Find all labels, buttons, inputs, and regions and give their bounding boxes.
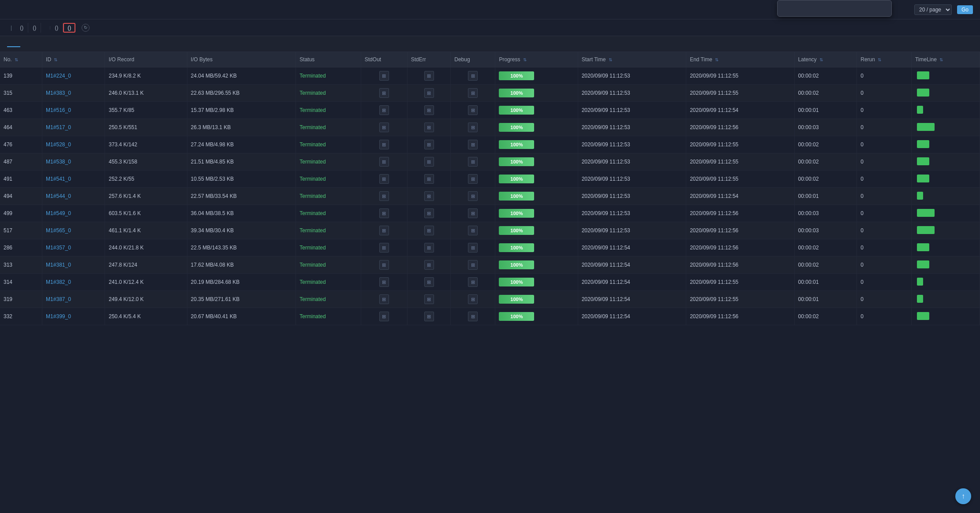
cell-stderr[interactable]: ⊞	[407, 188, 451, 205]
col-stdout[interactable]: StdOut	[361, 52, 407, 67]
debug-icon[interactable]: ⊞	[468, 260, 478, 270]
debug-icon[interactable]: ⊞	[468, 123, 478, 132]
cell-stdout[interactable]: ⊞	[361, 205, 407, 222]
cell-debug[interactable]: ⊞	[451, 256, 495, 274]
cell-debug[interactable]: ⊞	[451, 171, 495, 188]
cell-stderr[interactable]: ⊞	[407, 67, 451, 85]
stdout-icon[interactable]: ⊞	[379, 191, 389, 201]
pagination-controls[interactable]: 20 / page Go	[914, 4, 973, 15]
cell-stdout[interactable]: ⊞	[361, 239, 407, 256]
col-status[interactable]: Status	[296, 52, 361, 67]
cell-stderr[interactable]: ⊞	[407, 205, 451, 222]
stderr-icon[interactable]: ⊞	[424, 71, 434, 81]
col-io-bytes[interactable]: I/O Bytes	[187, 52, 296, 67]
cell-debug[interactable]: ⊞	[451, 222, 495, 239]
stderr-icon[interactable]: ⊞	[424, 243, 434, 253]
cell-stdout[interactable]: ⊞	[361, 119, 407, 136]
cell-stderr[interactable]: ⊞	[407, 239, 451, 256]
cell-stderr[interactable]: ⊞	[407, 274, 451, 291]
col-stderr[interactable]: StdErr	[407, 52, 451, 67]
cell-debug[interactable]: ⊞	[451, 291, 495, 308]
filter-failed[interactable]: ()	[28, 23, 41, 33]
stdout-icon[interactable]: ⊞	[379, 243, 389, 253]
col-no[interactable]: No. ⇅	[0, 52, 42, 67]
cell-stdout[interactable]: ⊞	[361, 102, 407, 119]
cell-stderr[interactable]: ⊞	[407, 119, 451, 136]
debug-icon[interactable]: ⊞	[468, 277, 478, 287]
stderr-icon[interactable]: ⊞	[424, 312, 434, 321]
col-debug[interactable]: Debug	[451, 52, 495, 67]
cell-debug[interactable]: ⊞	[451, 136, 495, 153]
tab-m1[interactable]	[7, 41, 20, 47]
cell-stdout[interactable]: ⊞	[361, 222, 407, 239]
stderr-icon[interactable]: ⊞	[424, 174, 434, 184]
cell-stdout[interactable]: ⊞	[361, 67, 407, 85]
cell-stdout[interactable]: ⊞	[361, 85, 407, 102]
stderr-icon[interactable]: ⊞	[424, 277, 434, 287]
cell-stdout[interactable]: ⊞	[361, 136, 407, 153]
stderr-icon[interactable]: ⊞	[424, 260, 434, 270]
debug-icon[interactable]: ⊞	[468, 243, 478, 253]
stderr-icon[interactable]: ⊞	[424, 140, 434, 149]
cell-debug[interactable]: ⊞	[451, 188, 495, 205]
col-progress[interactable]: Progress ⇅	[495, 52, 578, 67]
debug-icon[interactable]: ⊞	[468, 191, 478, 201]
debug-icon[interactable]: ⊞	[468, 140, 478, 149]
debug-icon[interactable]: ⊞	[468, 312, 478, 321]
stdout-icon[interactable]: ⊞	[379, 71, 389, 81]
debug-icon[interactable]: ⊞	[468, 71, 478, 81]
cell-stdout[interactable]: ⊞	[361, 274, 407, 291]
cell-debug[interactable]: ⊞	[451, 274, 495, 291]
stderr-icon[interactable]: ⊞	[424, 208, 434, 218]
stdout-icon[interactable]: ⊞	[379, 277, 389, 287]
cell-debug[interactable]: ⊞	[451, 239, 495, 256]
cell-stderr[interactable]: ⊞	[407, 85, 451, 102]
col-latency[interactable]: Latency ⇅	[794, 52, 857, 67]
cell-stderr[interactable]: ⊞	[407, 153, 451, 171]
cell-stdout[interactable]: ⊞	[361, 291, 407, 308]
stdout-icon[interactable]: ⊞	[379, 140, 389, 149]
stdout-icon[interactable]: ⊞	[379, 105, 389, 115]
stderr-icon[interactable]: ⊞	[424, 191, 434, 201]
cell-debug[interactable]: ⊞	[451, 205, 495, 222]
debug-icon[interactable]: ⊞	[468, 105, 478, 115]
col-timeline[interactable]: TimeLine ⇅	[911, 52, 980, 67]
page-size-select[interactable]: 20 / page	[914, 4, 952, 15]
cell-debug[interactable]: ⊞	[451, 119, 495, 136]
latency-chart-icon[interactable]: ↻	[82, 24, 90, 32]
filter-terminated[interactable]	[41, 26, 50, 30]
cell-debug[interactable]: ⊞	[451, 308, 495, 325]
stderr-icon[interactable]: ⊞	[424, 88, 434, 98]
debug-icon[interactable]: ⊞	[468, 294, 478, 304]
filter-data-skews[interactable]: ()	[63, 23, 75, 33]
stderr-icon[interactable]: ⊞	[424, 226, 434, 235]
cell-stdout[interactable]: ⊞	[361, 153, 407, 171]
stdout-icon[interactable]: ⊞	[379, 294, 389, 304]
goto-button[interactable]: Go	[957, 5, 973, 14]
stdout-icon[interactable]: ⊞	[379, 174, 389, 184]
debug-icon[interactable]: ⊞	[468, 88, 478, 98]
stderr-icon[interactable]: ⊞	[424, 123, 434, 132]
cell-stderr[interactable]: ⊞	[407, 291, 451, 308]
filter-latency-chart[interactable]: ↻	[75, 22, 94, 33]
cell-stderr[interactable]: ⊞	[407, 102, 451, 119]
col-id[interactable]: ID ⇅	[42, 52, 105, 67]
cell-stdout[interactable]: ⊞	[361, 256, 407, 274]
debug-icon[interactable]: ⊞	[468, 174, 478, 184]
cell-debug[interactable]: ⊞	[451, 102, 495, 119]
filter-long-tails[interactable]: ()	[50, 23, 63, 33]
debug-icon[interactable]: ⊞	[468, 226, 478, 235]
stdout-icon[interactable]: ⊞	[379, 226, 389, 235]
stdout-icon[interactable]: ⊞	[379, 260, 389, 270]
cell-stderr[interactable]: ⊞	[407, 222, 451, 239]
stderr-icon[interactable]: ⊞	[424, 294, 434, 304]
stdout-icon[interactable]: ⊞	[379, 88, 389, 98]
col-rerun[interactable]: Rerun ⇅	[857, 52, 912, 67]
col-io-record[interactable]: I/O Record	[105, 52, 187, 67]
cell-debug[interactable]: ⊞	[451, 67, 495, 85]
col-start-time[interactable]: Start Time ⇅	[578, 52, 686, 67]
stdout-icon[interactable]: ⊞	[379, 208, 389, 218]
stderr-icon[interactable]: ⊞	[424, 157, 434, 167]
cell-debug[interactable]: ⊞	[451, 153, 495, 171]
cell-stdout[interactable]: ⊞	[361, 171, 407, 188]
